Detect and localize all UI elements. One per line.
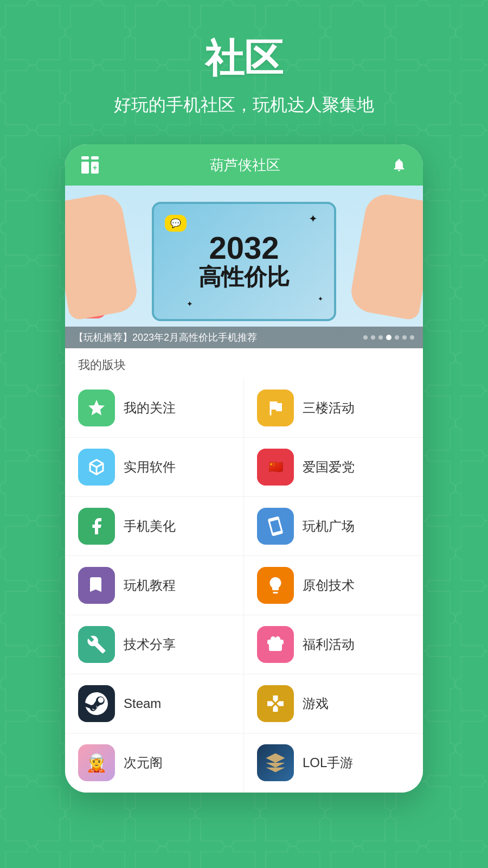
bookmark-icon	[78, 567, 115, 604]
wrench-icon	[78, 626, 115, 663]
grid-cell-1	[81, 156, 89, 159]
banner-caption: 【玩机推荐】2023年2月高性价比手机推荐	[65, 327, 423, 348]
page-title: 社区	[114, 33, 374, 85]
menu-label-patriot: 爱国爱党	[303, 458, 355, 476]
menu-label-anime: 次元阁	[124, 754, 163, 771]
menu-grid: 我的关注 三楼活动 实用软件	[65, 379, 423, 793]
menu-item-third-floor[interactable]: 三楼活动	[244, 379, 423, 438]
bulb-icon	[257, 567, 294, 604]
banner-dots	[363, 335, 414, 340]
menu-item-phone-plaza[interactable]: 玩机广场	[244, 497, 423, 556]
menu-item-useful-software[interactable]: 实用软件	[65, 438, 244, 497]
dot-3	[378, 335, 383, 340]
bell-icon[interactable]	[390, 156, 408, 174]
menu-item-phone-tutorial[interactable]: 玩机教程	[65, 556, 244, 615]
banner-illustration: 2032 高性价比 💬 ✦ ✦ ✦ 推荐 手机	[65, 186, 423, 348]
dot-7	[410, 335, 414, 340]
dot-2	[371, 335, 375, 340]
box-icon	[78, 449, 115, 486]
grid-cell-3	[81, 162, 89, 174]
menu-label-original-tech: 原创技术	[303, 577, 355, 594]
game-icon	[257, 685, 294, 722]
sparkle-1: ✦	[309, 212, 318, 225]
menu-item-steam[interactable]: Steam	[65, 674, 244, 733]
menu-label-welfare: 福利活动	[303, 636, 355, 653]
sparkle-2: ✦	[187, 299, 193, 308]
dot-6	[402, 335, 407, 340]
star-icon	[78, 390, 115, 426]
menu-item-anime[interactable]: 🧝 次元阁	[65, 733, 244, 793]
steam-icon	[78, 685, 115, 722]
dot-4-active	[386, 335, 391, 340]
gift-icon	[257, 626, 294, 663]
menu-label-third-floor: 三楼活动	[303, 399, 355, 417]
menu-item-phone-beauty[interactable]: 手机美化	[65, 497, 244, 556]
menu-item-lol[interactable]: LOL手游	[244, 733, 423, 793]
menu-label-phone-plaza: 玩机广场	[303, 518, 355, 535]
banner-title-text: 高性价比	[198, 264, 290, 291]
anime-icon: 🧝	[78, 744, 115, 781]
grid-plus-icon[interactable]: +	[80, 155, 100, 175]
section-my-blocks: 我的版块	[65, 348, 423, 379]
menu-label-steam: Steam	[124, 696, 161, 711]
menu-label-games: 游戏	[303, 695, 329, 712]
banner: 2032 高性价比 💬 ✦ ✦ ✦ 推荐 手机 【玩机推荐】2023年2月高性价…	[65, 186, 423, 348]
dot-5	[395, 335, 399, 340]
app-name: 葫芦侠社区	[210, 156, 280, 175]
chat-bubble: 💬	[165, 215, 187, 232]
flag-icon	[257, 390, 294, 426]
menu-label-lol: LOL手游	[303, 754, 353, 771]
menu-label-phone-beauty: 手机美化	[124, 518, 176, 535]
page-header: 社区 好玩的手机社区，玩机达人聚集地	[114, 0, 374, 128]
china-flag-icon: 🇨🇳	[257, 449, 294, 486]
menu-item-patriot[interactable]: 🇨🇳 爱国爱党	[244, 438, 423, 497]
banner-caption-text: 【玩机推荐】2023年2月高性价比手机推荐	[74, 331, 257, 344]
menu-item-original-tech[interactable]: 原创技术	[244, 556, 423, 615]
book-open-icon	[78, 508, 115, 545]
menu-label-useful-software: 实用软件	[124, 458, 176, 476]
banner-phone-card: 2032 高性价比 💬 ✦ ✦ ✦	[152, 202, 336, 321]
phone-icon	[257, 508, 294, 545]
phone-mockup: + 葫芦侠社区 2032 高性价比	[65, 144, 423, 793]
lol-icon	[257, 744, 294, 781]
menu-item-tech-share[interactable]: 技术分享	[65, 615, 244, 674]
grid-cell-2	[91, 156, 99, 159]
sparkle-3: ✦	[318, 295, 323, 303]
hand-right	[348, 191, 423, 321]
menu-label-tech-share: 技术分享	[124, 636, 176, 653]
page-content: 社区 好玩的手机社区，玩机达人聚集地 + 葫芦侠社区	[0, 0, 488, 868]
menu-item-my-follow[interactable]: 我的关注	[65, 379, 244, 438]
page-subtitle: 好玩的手机社区，玩机达人聚集地	[114, 93, 374, 117]
menu-label-my-follow: 我的关注	[124, 399, 176, 417]
menu-item-games[interactable]: 游戏	[244, 674, 423, 733]
grid-cell-plus: +	[91, 162, 99, 174]
app-header: + 葫芦侠社区	[65, 144, 423, 186]
hand-left	[65, 191, 140, 321]
menu-label-phone-tutorial: 玩机教程	[124, 577, 176, 594]
banner-year: 2032	[209, 232, 279, 264]
dot-1	[363, 335, 368, 340]
menu-item-welfare[interactable]: 福利活动	[244, 615, 423, 674]
